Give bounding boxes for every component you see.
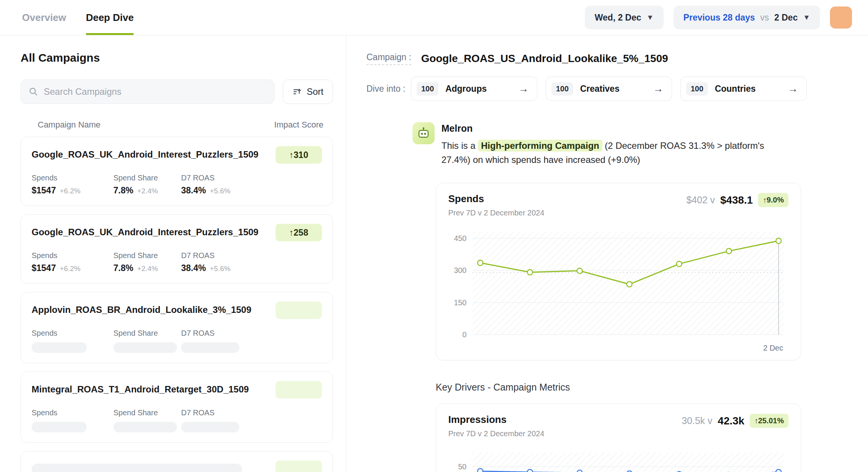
insight-highlight: High-performing Campaign (478, 140, 602, 151)
metric-value: 38.4% (181, 185, 206, 196)
chart-title: Impressions (448, 414, 544, 426)
campaign-label: Campaign : (366, 52, 411, 65)
loading-skeleton (32, 422, 87, 432)
vs-label: v (710, 195, 715, 205)
top-bar: Overview Deep Dive Wed, 2 Dec ▼ Previous… (0, 0, 868, 35)
tab-deep-dive[interactable]: Deep Dive (86, 0, 134, 35)
count-badge: 100 (686, 82, 708, 96)
user-avatar[interactable] (830, 6, 852, 29)
compare-period-button[interactable]: Previous 28 days vs 2 Dec ▼ (674, 6, 820, 29)
main-tabs: Overview Deep Dive (22, 0, 134, 35)
tab-overview[interactable]: Overview (22, 0, 66, 35)
campaign-card[interactable]: Applovin_ROAS_BR_Android_Lookalike_3%_15… (21, 292, 333, 363)
chevron-down-icon: ▼ (647, 13, 654, 22)
count-badge: 100 (417, 82, 438, 96)
chart-subtitle: Prev 7D v 2 December 2024 (448, 429, 544, 438)
metric-delta: +5.6% (210, 265, 230, 273)
search-box[interactable] (21, 80, 274, 104)
count-badge: 100 (551, 82, 573, 96)
delta-badge: ↑9.0% (758, 193, 788, 207)
selected-campaign-name: Google_ROAS_US_Android_Lookalike_5%_1509 (421, 53, 668, 65)
loading-skeleton-title (32, 464, 242, 472)
impact-score-badge: ↑310 (276, 146, 322, 164)
dive-button-adgroups[interactable]: 100 Adgroups → (411, 77, 537, 101)
metric-value: $1547 (32, 185, 56, 196)
campaign-metrics: Spends Spend Share D7 ROAS (32, 329, 322, 353)
vs-label: v (708, 415, 713, 426)
metric-label: Spend Share (113, 329, 181, 338)
campaign-card[interactable]: Google_ROAS_UK_Android_Interest_Puzzlers… (21, 137, 333, 206)
spends-chart-card: Spends Prev 7D v 2 December 2024 $402 v … (436, 183, 801, 360)
chart-values: 30.5k v 42.3k ↑25.01% (682, 414, 788, 428)
metric-label: D7 ROAS (181, 251, 322, 260)
campaign-card[interactable]: Google_ROAS_UK_Android_Interest_Puzzlers… (21, 214, 333, 284)
campaign-card[interactable] (21, 451, 333, 472)
sort-button[interactable]: Sort (283, 80, 333, 104)
compare-secondary-label: 2 Dec (774, 13, 798, 23)
impact-score-badge-empty (276, 301, 322, 319)
arrow-right-icon: → (653, 83, 663, 95)
campaign-header-row: Campaign : Google_ROAS_US_Android_Lookal… (366, 52, 868, 65)
bot-name: Melron (441, 123, 786, 134)
chart-title: Spends (448, 193, 544, 205)
bot-avatar (412, 122, 435, 144)
campaign-metrics: Spends Spend Share D7 ROAS (32, 408, 322, 432)
campaign-card-list: Google_ROAS_UK_Android_Interest_Puzzlers… (21, 137, 333, 472)
campaign-title: Mintegral_ROAS_T1_Android_Retarget_30D_1… (32, 381, 249, 395)
compare-vs-label: vs (760, 13, 769, 23)
svg-text:300: 300 (454, 266, 467, 274)
search-input[interactable] (44, 86, 266, 97)
spends-line-chart: 4503001500 2 Dec (448, 226, 788, 352)
dive-buttons: 100 Adgroups → 100 Creatives → 100 Count… (411, 77, 807, 101)
top-right-controls: Wed, 2 Dec ▼ Previous 28 days vs 2 Dec ▼ (585, 0, 868, 35)
campaign-title: Google_ROAS_UK_Android_Interest_Puzzlers… (32, 224, 258, 238)
metric-label: Spend Share (113, 251, 181, 260)
impressions-chart-card: Impressions Prev 7D v 2 December 2024 30… (436, 403, 801, 472)
loading-skeleton (181, 342, 239, 353)
svg-text:50: 50 (458, 462, 467, 471)
loading-skeleton (32, 342, 87, 353)
panel-title: All Campaigns (21, 51, 333, 64)
loading-skeleton (113, 342, 177, 353)
insight-text: This is a High-performing Campaign (2 De… (441, 139, 786, 167)
prev-value: 30.5k (682, 415, 705, 426)
campaign-title: Applovin_ROAS_BR_Android_Lookalike_3%_15… (32, 301, 252, 315)
metric-delta: +2.4% (137, 187, 158, 195)
impact-score-badge-empty (276, 381, 322, 399)
metric-value: 7.8% (113, 185, 133, 196)
metric-label: D7 ROAS (181, 174, 322, 182)
current-value: 42.3k (718, 415, 744, 427)
sort-icon (292, 87, 302, 97)
metric-label: Spends (32, 408, 113, 417)
search-icon (29, 87, 38, 97)
svg-text:0: 0 (462, 330, 467, 339)
campaign-title: Google_ROAS_UK_Android_Interest_Puzzlers… (32, 146, 258, 160)
date-picker-button[interactable]: Wed, 2 Dec ▼ (585, 6, 664, 29)
robot-icon (417, 126, 430, 140)
metric-label: D7 ROAS (181, 329, 322, 338)
campaign-card[interactable]: Mintegral_ROAS_T1_Android_Retarget_30D_1… (21, 372, 333, 443)
chart-subtitle: Prev 7D v 2 December 2024 (448, 209, 544, 217)
metric-value: 38.4% (181, 263, 206, 273)
metric-delta: +6.2% (60, 187, 80, 195)
metric-value: $1547 (32, 263, 56, 273)
compare-primary-label: Previous 28 days (683, 13, 755, 23)
dive-button-countries[interactable]: 100 Countries → (680, 77, 807, 101)
sort-label: Sort (307, 86, 323, 97)
column-campaign-name: Campaign Name (38, 120, 100, 130)
svg-text:450: 450 (454, 234, 467, 242)
line-chart-svg: 50 (448, 446, 789, 472)
impact-score-badge-empty (276, 461, 322, 472)
svg-text:150: 150 (454, 298, 467, 307)
dive-button-creatives[interactable]: 100 Creatives → (546, 77, 672, 101)
campaign-list-panel: All Campaigns Sort Campaign Name Impact … (0, 35, 346, 472)
metric-delta: +5.6% (210, 187, 230, 195)
main-content: All Campaigns Sort Campaign Name Impact … (0, 35, 868, 472)
chart-values: $402 v $438.1 ↑9.0% (686, 193, 788, 207)
metric-label: Spends (32, 329, 113, 338)
metric-label: Spends (32, 251, 113, 260)
loading-skeleton (113, 422, 177, 432)
campaign-metrics: Spends $1547+6.2% Spend Share 7.8%+2.4% … (32, 174, 322, 196)
column-impact-score: Impact Score (274, 120, 323, 130)
key-drivers-title: Key Drivers - Campaign Metrics (436, 382, 868, 393)
